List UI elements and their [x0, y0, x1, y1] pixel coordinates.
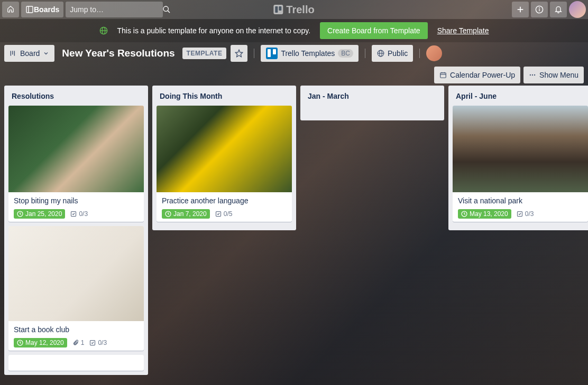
- list-jan-march[interactable]: Jan - March: [300, 86, 444, 120]
- attachment-text: 1: [81, 339, 85, 346]
- card[interactable]: Practice another language Jan 7, 2020 0/…: [157, 106, 292, 222]
- search-icon: [162, 5, 171, 14]
- show-menu-button[interactable]: Show Menu: [523, 67, 584, 83]
- home-button[interactable]: [2, 2, 19, 17]
- create-button[interactable]: [512, 2, 529, 17]
- workspace-button[interactable]: Trello Templates BC: [261, 45, 359, 62]
- list-april-june[interactable]: April - June Visit a national park May 1…: [448, 86, 588, 230]
- svg-marker-15: [236, 50, 243, 57]
- due-date-badge: May 13, 2020: [458, 209, 511, 219]
- info-icon: [535, 5, 544, 14]
- brand-text: Trello: [286, 4, 314, 16]
- checklist-icon: [215, 211, 222, 217]
- calendar-icon: [439, 71, 447, 79]
- checklist-text: 0/3: [79, 210, 88, 218]
- divider: [365, 49, 365, 58]
- list-title[interactable]: April - June: [453, 90, 588, 106]
- checklist-text: 0/5: [224, 210, 233, 218]
- notifications-button[interactable]: [550, 2, 567, 17]
- trello-icon: [273, 5, 283, 14]
- show-menu-label: Show Menu: [539, 71, 578, 79]
- banner-text: This is a public template for anyone on …: [117, 26, 311, 35]
- due-date-text: Jan 7, 2020: [173, 210, 207, 218]
- list-title[interactable]: Jan - March: [305, 90, 440, 106]
- svg-point-23: [530, 74, 531, 76]
- checklist-text: 0/3: [525, 210, 534, 218]
- board-view-label: Board: [20, 49, 40, 58]
- svg-point-2: [163, 6, 168, 11]
- divider: [419, 49, 420, 58]
- checklist-text: 0/3: [98, 339, 107, 346]
- globe-icon: [99, 26, 108, 35]
- search-box[interactable]: [66, 2, 163, 17]
- attachment-icon: [72, 340, 79, 346]
- workspace-badge: BC: [338, 49, 353, 58]
- clock-icon: [17, 211, 23, 217]
- card-title: Stop biting my nails: [14, 196, 139, 205]
- card-title: Visit a national park: [458, 196, 583, 205]
- star-button[interactable]: [231, 45, 247, 62]
- board-sub-header: Calendar Power-Up Show Menu: [0, 64, 588, 86]
- info-button[interactable]: [531, 2, 548, 17]
- checklist-icon: [89, 340, 96, 346]
- due-date-badge: Jan 25, 2020: [14, 209, 65, 219]
- create-from-template-button[interactable]: Create Board from Template: [320, 22, 428, 39]
- globe-icon: [377, 50, 384, 57]
- chevron-down-icon: [43, 50, 49, 57]
- attachment-badge: 1: [72, 339, 85, 346]
- svg-point-8: [539, 7, 540, 8]
- home-icon: [7, 5, 14, 14]
- board-view-icon: [10, 50, 17, 57]
- card-cover: [157, 106, 292, 192]
- board-member-avatar[interactable]: [426, 45, 442, 61]
- search-input[interactable]: [70, 5, 162, 14]
- checklist-badge: 0/3: [517, 210, 534, 218]
- card[interactable]: [8, 355, 144, 371]
- card[interactable]: Start a book club May 12, 2020 1 0/3: [8, 226, 144, 351]
- due-date-text: Jan 25, 2020: [25, 210, 62, 218]
- checklist-badge: 0/3: [89, 339, 107, 346]
- card-cover: [8, 226, 144, 321]
- clock-icon: [461, 211, 467, 217]
- list-resolutions[interactable]: Resolutions Stop biting my nails Jan 25,…: [4, 86, 148, 375]
- workspace-label: Trello Templates: [281, 49, 335, 58]
- board-canvas[interactable]: Resolutions Stop biting my nails Jan 25,…: [0, 86, 588, 385]
- calendar-label: Calendar Power-Up: [450, 71, 515, 79]
- share-template-link[interactable]: Share Template: [437, 26, 489, 35]
- checklist-badge: 0/3: [70, 210, 88, 218]
- template-banner: This is a public template for anyone on …: [0, 19, 588, 42]
- card-cover: [453, 106, 588, 192]
- svg-line-3: [168, 11, 170, 13]
- board-view-button[interactable]: Board: [4, 45, 54, 62]
- card-cover: [8, 106, 144, 192]
- board-header: Board New Year's Resolutions TEMPLATE Tr…: [0, 42, 588, 64]
- due-date-text: May 12, 2020: [25, 339, 64, 346]
- card-title: Practice another language: [162, 196, 287, 205]
- plus-icon: [516, 5, 525, 14]
- ellipsis-icon: [529, 71, 536, 79]
- visibility-button[interactable]: Public: [372, 45, 413, 62]
- visibility-label: Public: [388, 49, 408, 58]
- due-date-badge: May 12, 2020: [14, 338, 67, 348]
- svg-rect-19: [440, 73, 446, 78]
- boards-icon: [25, 5, 34, 14]
- boards-button[interactable]: Boards: [21, 2, 63, 17]
- top-nav: Boards Trello: [0, 0, 588, 19]
- boards-label: Boards: [34, 5, 59, 14]
- checklist-icon: [70, 211, 77, 217]
- board-title[interactable]: New Year's Resolutions: [59, 48, 178, 59]
- brand-logo[interactable]: Trello: [273, 4, 314, 16]
- card[interactable]: Stop biting my nails Jan 25, 2020 0/3: [8, 106, 144, 222]
- list-doing-this-month[interactable]: Doing This Month Practice another langua…: [152, 86, 296, 230]
- star-icon: [235, 49, 243, 58]
- template-indicator: TEMPLATE: [182, 48, 227, 59]
- divider: [254, 49, 254, 58]
- trello-workspace-icon: [266, 48, 278, 59]
- due-date-text: May 13, 2020: [470, 210, 508, 218]
- list-title[interactable]: Doing This Month: [157, 90, 292, 106]
- calendar-powerup-button[interactable]: Calendar Power-Up: [434, 67, 520, 83]
- checklist-badge: 0/5: [215, 210, 233, 218]
- card[interactable]: Visit a national park May 13, 2020 0/3: [453, 106, 588, 222]
- list-title[interactable]: Resolutions: [8, 90, 144, 106]
- user-avatar[interactable]: [569, 1, 586, 18]
